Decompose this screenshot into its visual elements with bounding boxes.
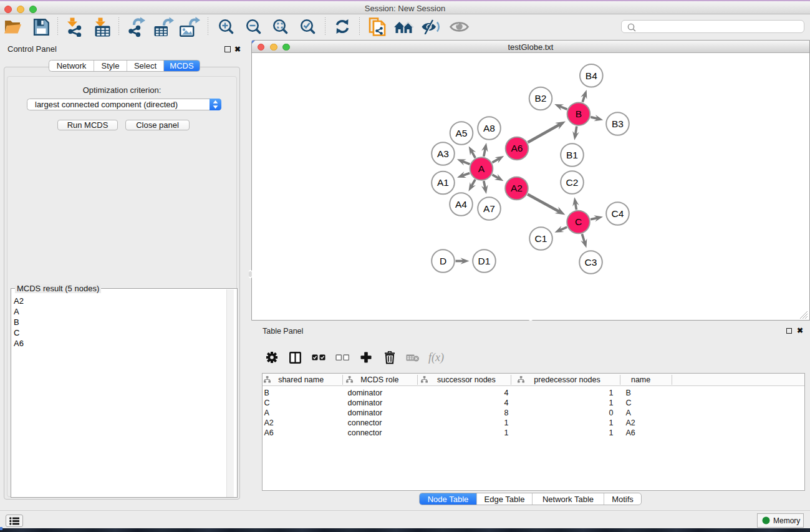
svg-text:C4: C4: [612, 208, 624, 219]
svg-text:A7: A7: [483, 203, 495, 214]
svg-text:A1: A1: [437, 177, 449, 188]
svg-text:A6: A6: [511, 143, 523, 153]
svg-text:C: C: [575, 216, 582, 227]
svg-text:A2: A2: [511, 183, 523, 193]
svg-text:C2: C2: [566, 177, 579, 188]
svg-text:A: A: [478, 163, 485, 174]
svg-text:A8: A8: [483, 123, 495, 133]
svg-text:A4: A4: [455, 199, 467, 210]
svg-text:B1: B1: [566, 150, 578, 160]
svg-text:C1: C1: [535, 233, 547, 244]
svg-text:B: B: [576, 109, 582, 119]
svg-text:B2: B2: [535, 93, 547, 104]
svg-text:D1: D1: [478, 256, 491, 266]
svg-text:A5: A5: [456, 128, 468, 138]
svg-text:B3: B3: [612, 118, 624, 129]
svg-text:C3: C3: [585, 257, 597, 268]
svg-text:D: D: [440, 256, 446, 266]
svg-text:B4: B4: [586, 70, 597, 81]
svg-text:A3: A3: [437, 148, 449, 159]
